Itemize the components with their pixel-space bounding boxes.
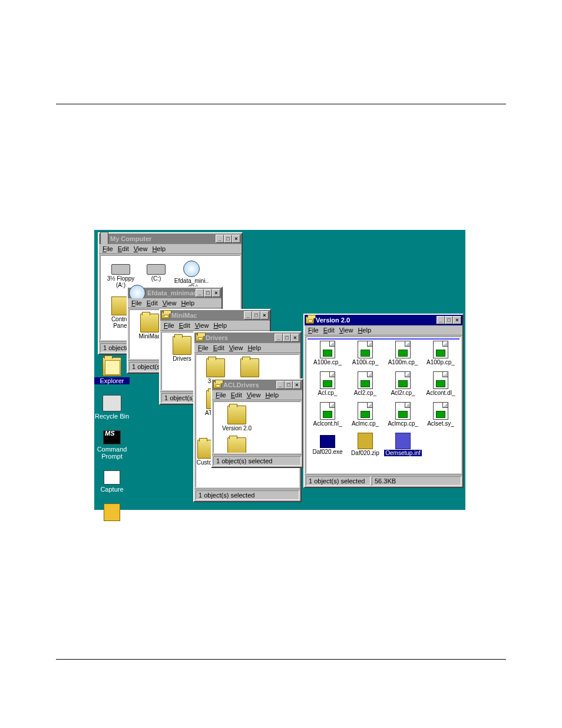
file-icon <box>320 435 335 448</box>
file-label: (C:) <box>138 275 174 282</box>
menu-help[interactable]: Help <box>213 322 227 329</box>
menu-file[interactable]: File <box>103 245 113 252</box>
menu-file[interactable]: File <box>131 299 142 307</box>
file-icon <box>395 341 411 358</box>
file-item[interactable]: A100e.cp_ <box>309 341 346 365</box>
menu-file[interactable]: File <box>198 344 209 351</box>
desktop-icon[interactable]: Command Prompt <box>94 430 130 460</box>
minimize-button[interactable]: _ <box>196 289 204 297</box>
menu-help[interactable]: Help <box>181 299 194 307</box>
menu-help[interactable]: Help <box>247 344 261 351</box>
titlebar[interactable]: Drivers _ □ × <box>194 332 300 343</box>
menu-view[interactable]: View <box>195 322 209 329</box>
file-item[interactable]: A100m.cp_ <box>384 341 422 365</box>
status-text: 1 object(s) selected <box>306 476 371 486</box>
menu-help[interactable]: Help <box>152 245 166 252</box>
file-icon <box>395 371 411 389</box>
window-title: Version 2.0 <box>316 317 437 324</box>
menu-view[interactable]: View <box>339 327 353 334</box>
file-item[interactable]: Aclset.sy_ <box>422 402 459 427</box>
desktop-icon[interactable]: WinZip <box>94 503 130 529</box>
file-item[interactable]: Aclmcp.cp_ <box>384 402 422 427</box>
app-icon <box>104 470 120 485</box>
window-acldrivers[interactable]: ACLDrivers _ □ × FileEditViewHelp Versio… <box>211 378 303 468</box>
menu-view[interactable]: View <box>229 344 243 351</box>
window-title: MiniMac <box>171 312 244 319</box>
file-label: Aclmcp.cp_ <box>384 420 422 427</box>
menubar: FileEditViewHelp <box>212 390 302 400</box>
folder-icon <box>306 317 314 324</box>
menu-view[interactable]: View <box>163 299 177 307</box>
maximize-button[interactable]: □ <box>283 334 291 342</box>
file-item[interactable]: Acl2r.cp_ <box>384 371 422 396</box>
status-text: 1 object(s) selected <box>196 490 299 500</box>
file-icon <box>320 402 335 420</box>
maximize-button[interactable]: □ <box>252 311 260 319</box>
file-label: A100i.cp_ <box>346 359 384 365</box>
window-version20[interactable]: Version 2.0 _ □ × FileEditViewHelp A100e… <box>303 314 464 488</box>
close-button[interactable]: × <box>212 289 220 297</box>
minimize-button[interactable]: _ <box>276 381 285 389</box>
file-label: Aclcont.hl_ <box>309 420 346 427</box>
desktop-icon[interactable]: Recycle Bin <box>94 395 130 420</box>
titlebar[interactable]: Version 2.0 _ □ × <box>305 315 462 325</box>
app-icon <box>103 430 121 444</box>
close-button[interactable]: × <box>453 316 461 324</box>
file-icon <box>395 433 411 449</box>
desktop-icon[interactable]: Explorer <box>94 357 130 384</box>
file-item[interactable]: Acl.cp_ <box>309 371 346 396</box>
close-button[interactable]: × <box>293 381 301 389</box>
maximize-button[interactable]: □ <box>285 381 293 389</box>
menu-edit[interactable]: Edit <box>118 245 129 252</box>
file-item[interactable]: Daf020.zip <box>346 433 384 456</box>
close-button[interactable]: × <box>260 311 269 319</box>
desktop-icon[interactable]: Capture <box>94 470 130 493</box>
file-icon <box>140 314 159 332</box>
minimize-button[interactable]: _ <box>275 334 283 342</box>
file-item[interactable]: Aclmc.cp_ <box>346 402 384 427</box>
titlebar[interactable]: My Computer _ □ × <box>99 233 242 244</box>
file-item[interactable]: Version 2.0 <box>216 406 257 431</box>
close-button[interactable]: × <box>232 235 240 243</box>
menu-edit[interactable]: Edit <box>213 344 224 351</box>
menu-edit[interactable]: Edit <box>231 391 242 398</box>
titlebar[interactable]: MiniMac _ □ × <box>160 310 270 321</box>
menu-edit[interactable]: Edit <box>147 299 158 307</box>
file-item[interactable]: A100p.cp_ <box>422 341 459 365</box>
file-label: Aclmc.cp_ <box>346 420 384 427</box>
content-area[interactable]: A100e.cp_A100i.cp_A100m.cp_A100p.cp_Acl.… <box>306 337 461 473</box>
menu-help[interactable]: Help <box>265 391 279 398</box>
menu-file[interactable]: File <box>308 327 319 334</box>
maximize-button[interactable]: □ <box>445 316 453 324</box>
file-icon <box>206 358 225 377</box>
file-icon <box>320 341 335 358</box>
menu-edit[interactable]: Edit <box>179 322 190 329</box>
file-item[interactable]: Aclcont.hl_ <box>309 402 346 427</box>
minimize-button[interactable]: _ <box>244 311 252 319</box>
menu-edit[interactable]: Edit <box>323 327 335 334</box>
menubar: FileEditViewHelp <box>305 325 462 335</box>
menu-help[interactable]: Help <box>358 327 371 334</box>
menu-view[interactable]: View <box>134 245 148 252</box>
file-icon <box>358 433 373 449</box>
minimize-button[interactable]: _ <box>437 316 445 324</box>
file-label: Acl2r.cp_ <box>384 390 422 396</box>
menu-file[interactable]: File <box>216 391 226 398</box>
file-label: Daf020.exe <box>309 449 346 455</box>
maximize-button[interactable]: □ <box>224 235 232 243</box>
maximize-button[interactable]: □ <box>204 289 212 297</box>
titlebar[interactable]: ACLDrivers _ □ × <box>212 380 302 390</box>
file-item[interactable]: Acl2.cp_ <box>346 371 384 396</box>
minimize-button[interactable]: _ <box>216 235 224 243</box>
menu-file[interactable]: File <box>164 322 174 329</box>
menu-view[interactable]: View <box>247 391 261 398</box>
file-item[interactable]: Aclcont.dl_ <box>422 371 459 396</box>
content-area[interactable]: Version 2.0Version1.25 <box>213 401 301 453</box>
titlebar[interactable]: Efdata_minimac (D:) _ □ × <box>128 288 222 298</box>
file-item[interactable]: Daf020.exe <box>309 433 346 456</box>
close-button[interactable]: × <box>291 334 299 342</box>
file-item[interactable]: Oemsetup.inf <box>384 433 422 456</box>
file-item[interactable]: Version1.25 <box>216 437 257 453</box>
file-icon <box>433 402 448 420</box>
file-item[interactable]: A100i.cp_ <box>346 341 384 365</box>
